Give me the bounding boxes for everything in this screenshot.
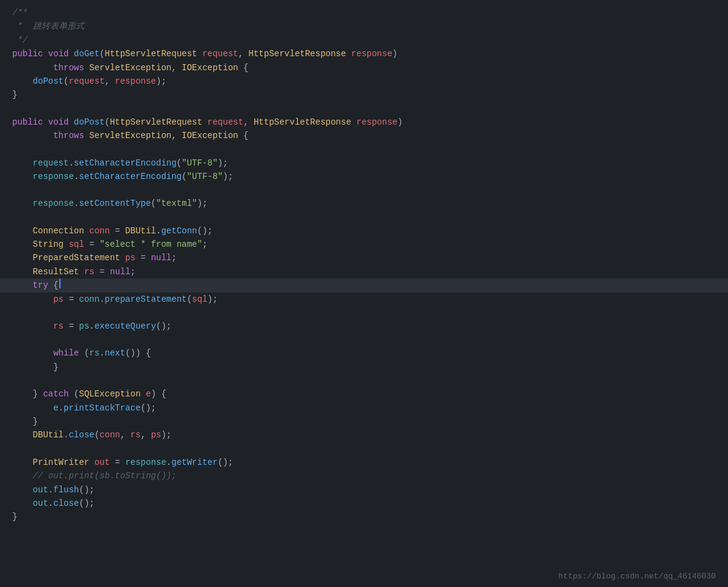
keyword: void [48,47,69,60]
code-line: PrintWriter out = response . getWriter (… [0,456,728,469]
code-line: PreparedStatement ps = null ; [0,251,728,264]
param: response [356,115,397,129]
url-attribution: https://blog.csdn.net/qq_46146030 [559,572,716,581]
plain-text [12,497,33,510]
plain-text [12,129,53,142]
code-line: throws ServletException , IOException { [0,129,728,142]
plain-text: ; [130,265,135,279]
code-line: } [0,360,728,374]
plain-text [12,401,53,415]
plain-text: ( [68,387,79,401]
plain-text [43,47,48,60]
method-name: executeQuery [94,319,156,333]
code-line [0,143,728,156]
plain-text: ( [177,156,182,170]
code-line: */ [0,34,728,47]
plain-text: ; [171,251,176,264]
plain-text: , [105,75,115,88]
code-line: request . setCharacterEncoding ( "UTF-8"… [0,156,728,170]
code-line: Connection conn = DBUtil . getConn (); [0,224,728,238]
plain-text: . [156,224,161,238]
plain-text: (); [141,401,156,415]
plain-text [84,224,89,238]
method-name: prepareStatement [105,293,186,306]
code-line: response . setCharacterEncoding ( "UTF-8… [0,170,728,183]
plain-text: (); [218,456,233,469]
variable: rs [89,346,100,360]
plain-text: (); [156,319,171,333]
class-name: DBUtil [125,224,156,238]
keyword: try [33,279,48,292]
plain-text: = [110,456,125,469]
code-line: } [0,510,728,523]
variable: conn [89,224,110,238]
variable: conn [79,293,100,306]
plain-text: ) [392,47,397,60]
code-line: public void doPost ( HttpServletRequest … [0,115,728,129]
code-line: while ( rs . next ()) { [0,346,728,360]
code-line: String sql = "select * from name" ; [0,238,728,251]
code-line [0,183,728,197]
plain-text [12,156,33,170]
plain-text [346,47,351,60]
plain-text [68,115,73,129]
plain-text: { [238,129,249,142]
plain-text: { [238,61,249,75]
plain-text: } [12,88,17,101]
plain-text: ( [151,197,156,210]
code-line: } [0,88,728,101]
plain-text: = [136,251,151,264]
plain-text: ( [182,170,186,183]
plain-text [68,47,73,60]
plain-text: , [141,428,151,442]
code-line [0,333,728,346]
plain-text: (); [79,497,94,510]
method-name: setCharacterEncoding [79,170,182,183]
plain-text: ); [156,75,166,88]
code-line: DBUtil . close ( conn , rs , ps ); [0,428,728,442]
comment-text: /** [12,6,28,20]
plain-text: } [12,415,38,428]
variable: out [33,497,48,510]
plain-text: = [64,319,79,333]
plain-text: ()) { [125,346,151,360]
code-line: doPost ( request , response ); [0,75,728,88]
class-name: HttpServletResponse [254,115,351,129]
code-line: rs = ps . executeQuery (); [0,319,728,333]
plain-text: . [74,197,79,210]
keyword: null [110,265,131,279]
class-name: PrintWriter [33,456,89,469]
plain-text [64,238,68,251]
keyword: public [12,47,43,60]
plain-text: . [100,293,105,306]
plain-text: ( [94,428,99,442]
plain-text [202,115,207,129]
plain-text: , [171,61,182,75]
plain-text [12,224,33,238]
code-line-highlighted: try { [0,279,728,292]
plain-text: . [59,401,64,415]
method-name: doGet [74,47,100,60]
plain-text: { [48,279,59,292]
plain-text [12,483,33,497]
keyword: throws [53,61,84,75]
method-name: getConn [161,224,197,238]
variable: rs [84,265,95,279]
plain-text [12,346,53,360]
plain-text: = [64,293,79,306]
method-name: getWriter [172,456,218,469]
plain-text: = [94,265,109,279]
plain-text [12,251,33,264]
variable: request [33,156,69,170]
plain-text: } [33,387,43,401]
plain-text [43,115,48,129]
comment-text: // out.print(sb.toString()); [33,469,177,483]
plain-text: ( [64,75,68,88]
plain-text: } [12,510,17,523]
string-literal: "textml" [156,197,197,210]
code-line: throws ServletException , IOException { [0,61,728,75]
class-name: HttpServletResponse [249,47,347,60]
code-line: * 跳转表单形式 [0,20,728,33]
plain-text: . [166,456,171,469]
code-line: // out.print(sb.toString()); [0,469,728,483]
